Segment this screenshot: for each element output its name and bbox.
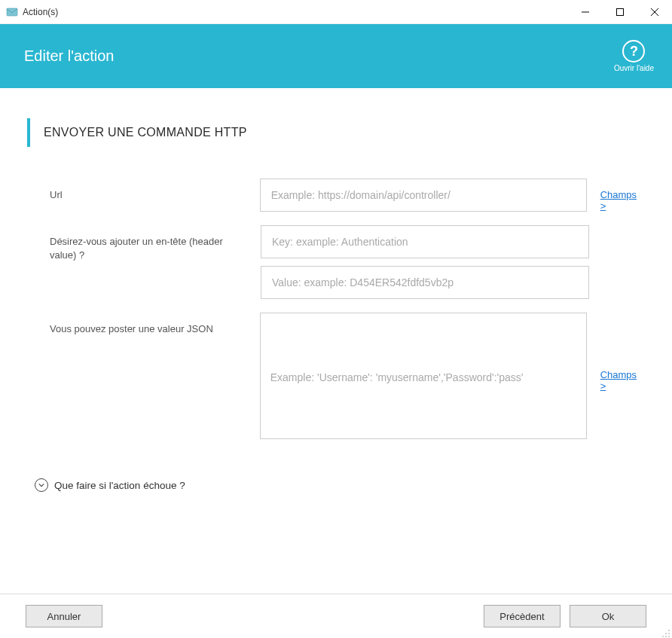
ok-button[interactable]: Ok	[570, 605, 646, 627]
section-header: ENVOYER UNE COMMANDE HTTP	[27, 118, 645, 147]
page-title: Editer l'action	[24, 47, 114, 65]
url-fields-link[interactable]: Champs >	[600, 179, 645, 212]
section-accent-bar	[27, 118, 30, 147]
json-input[interactable]	[260, 313, 587, 439]
failure-expand-section[interactable]: Que faire si l'action échoue ?	[27, 478, 645, 492]
resize-grip-icon[interactable]	[661, 627, 670, 636]
url-row: Url Champs >	[50, 179, 645, 212]
section-title: ENVOYER UNE COMMANDE HTTP	[44, 126, 247, 139]
json-row: Vous pouvez poster une valeur JSON Examp…	[50, 313, 645, 442]
json-fields-link[interactable]: Champs >	[600, 313, 645, 392]
footer: Annuler Précèdent Ok	[0, 594, 672, 638]
cancel-button[interactable]: Annuler	[26, 605, 102, 627]
svg-point-6	[668, 633, 670, 634]
svg-point-9	[665, 636, 667, 637]
svg-rect-0	[7, 8, 17, 16]
window-controls	[568, 0, 672, 23]
svg-rect-2	[617, 8, 624, 15]
svg-point-8	[668, 636, 670, 637]
url-label: Url	[50, 179, 260, 202]
svg-point-10	[662, 636, 664, 637]
minimize-button[interactable]	[568, 0, 603, 23]
url-input[interactable]	[260, 179, 587, 212]
svg-point-7	[665, 633, 667, 634]
help-icon: ?	[622, 40, 645, 63]
previous-button[interactable]: Précèdent	[484, 605, 561, 627]
help-label: Ouvrir l'aide	[614, 64, 654, 72]
header-value-input[interactable]	[261, 266, 589, 299]
close-button[interactable]	[637, 0, 672, 23]
json-label: Vous pouvez poster une valeur JSON	[50, 313, 260, 336]
svg-point-5	[668, 630, 670, 631]
failure-expand-label: Que faire si l'action échoue ?	[54, 480, 185, 491]
window-titlebar: Action(s)	[0, 0, 672, 24]
window-title: Action(s)	[23, 7, 568, 17]
help-button[interactable]: ? Ouvrir l'aide	[614, 40, 654, 72]
header-label: Désirez-vous ajouter un en-tête (header …	[50, 225, 261, 262]
maximize-button[interactable]	[603, 0, 637, 23]
header-row: Désirez-vous ajouter un en-tête (header …	[50, 225, 645, 299]
page-header: Editer l'action ? Ouvrir l'aide	[0, 24, 672, 88]
chevron-down-icon	[35, 478, 48, 492]
form-area: Url Champs > Désirez-vous ajouter un en-…	[27, 179, 645, 442]
app-icon	[6, 6, 18, 18]
header-key-input[interactable]	[261, 225, 589, 258]
content-area: ENVOYER UNE COMMANDE HTTP Url Champs > D…	[0, 88, 672, 594]
